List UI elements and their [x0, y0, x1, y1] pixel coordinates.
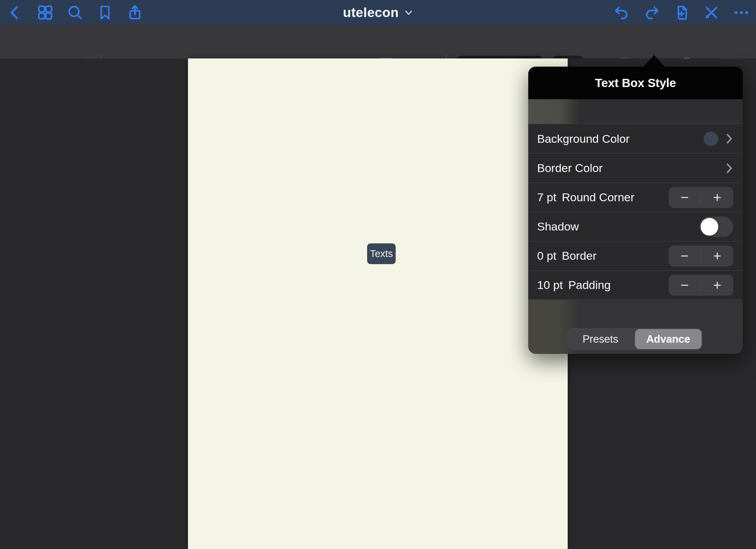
chevron-right-icon	[726, 133, 733, 145]
chevron-down-icon	[404, 9, 413, 16]
text-box-style-popover: Text Box Style Background Color Border C…	[528, 67, 743, 354]
chevron-left-icon	[7, 4, 23, 21]
navbar-right-group	[613, 0, 751, 25]
padding-stepper	[669, 275, 733, 296]
minus-icon	[680, 193, 689, 202]
minus-icon	[680, 252, 689, 260]
border-color-row[interactable]: Border Color	[528, 153, 743, 183]
padding-label: Padding	[568, 278, 611, 292]
text-box-object[interactable]: Texts	[367, 243, 396, 264]
app-screen: utelecon	[0, 0, 756, 549]
plus-icon	[713, 193, 722, 202]
shadow-label: Shadow	[537, 220, 579, 233]
redo-icon	[643, 4, 660, 21]
style-options-list: Background Color Border Color 7 pt Round…	[528, 124, 743, 300]
presets-advance-segmented-control: Presets Advance	[567, 328, 703, 350]
popover-arrow	[643, 55, 665, 67]
border-minus-button[interactable]	[669, 245, 701, 267]
background-color-swatch	[704, 132, 718, 146]
round-corner-minus-button[interactable]	[669, 187, 701, 208]
popover-header: Text Box Style	[528, 67, 743, 99]
pencil-x-icon	[703, 4, 720, 21]
border-width-label: Border	[562, 249, 597, 262]
add-page-button[interactable]	[672, 3, 691, 22]
round-corner-plus-button[interactable]	[701, 187, 734, 208]
presets-tab[interactable]: Presets	[567, 328, 634, 350]
ellipsis-icon	[733, 4, 750, 21]
popover-footer: Presets Advance	[528, 300, 743, 354]
round-corner-row: 7 pt Round Corner	[528, 183, 743, 212]
minus-icon	[680, 281, 689, 290]
undo-icon	[613, 4, 630, 21]
background-color-row[interactable]: Background Color	[528, 124, 743, 153]
note-page[interactable]	[188, 58, 568, 549]
round-corner-label: Round Corner	[562, 191, 635, 204]
navbar-left-group	[6, 0, 144, 25]
undo-button[interactable]	[613, 3, 631, 22]
round-corner-value: 7 pt	[537, 191, 556, 204]
shadow-row: Shadow	[528, 212, 743, 241]
border-width-value: 0 pt	[537, 249, 556, 262]
bookmark-button[interactable]	[96, 3, 114, 22]
chevron-right-icon	[726, 162, 733, 174]
navbar: utelecon	[0, 0, 756, 25]
share-icon	[126, 4, 143, 21]
background-color-label: Background Color	[537, 132, 630, 145]
padding-row: 10 pt Padding	[528, 270, 743, 299]
document-title-label: utelecon	[343, 5, 399, 20]
grid-icon	[37, 4, 54, 21]
more-options-button[interactable]	[732, 3, 751, 22]
text-box-content: Texts	[370, 248, 393, 259]
plus-icon	[713, 252, 722, 260]
popover-title: Text Box Style	[595, 76, 676, 90]
thumbnails-button[interactable]	[36, 3, 54, 22]
border-width-stepper	[669, 245, 733, 267]
search-button[interactable]	[66, 3, 84, 22]
bookmark-icon	[97, 4, 113, 21]
shadow-toggle[interactable]	[699, 217, 733, 237]
advance-tab[interactable]: Advance	[635, 329, 702, 349]
border-width-row: 0 pt Border	[528, 241, 743, 270]
toolbar: T HiraginoSans-... 16	[0, 25, 756, 58]
share-button[interactable]	[126, 3, 144, 22]
search-icon	[67, 4, 84, 21]
exit-edit-button[interactable]	[702, 3, 721, 22]
border-color-label: Border Color	[537, 161, 603, 175]
add-page-icon	[673, 4, 690, 21]
padding-plus-button[interactable]	[701, 275, 734, 296]
toggle-knob	[701, 218, 718, 236]
redo-button[interactable]	[642, 3, 661, 22]
plus-icon	[713, 281, 722, 290]
popover-top-strip	[528, 99, 743, 124]
padding-value: 10 pt	[537, 278, 563, 292]
back-button[interactable]	[6, 3, 24, 22]
padding-minus-button[interactable]	[669, 275, 701, 296]
round-corner-stepper	[669, 187, 733, 208]
border-plus-button[interactable]	[701, 245, 734, 267]
